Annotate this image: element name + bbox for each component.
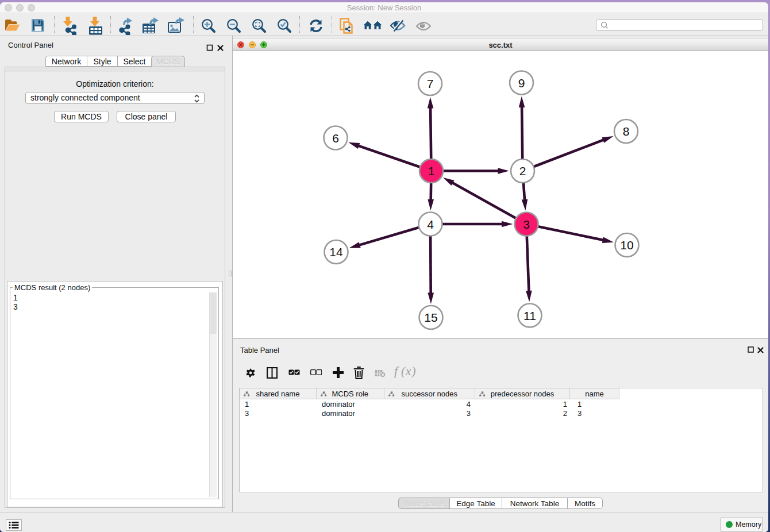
svg-text:15: 15 (424, 311, 437, 324)
svg-text:11: 11 (523, 309, 536, 322)
svg-text:8: 8 (623, 125, 630, 138)
svg-text:3: 3 (523, 218, 530, 231)
svg-text:4: 4 (427, 218, 434, 231)
svg-text:9: 9 (518, 76, 525, 90)
svg-text:7: 7 (427, 77, 434, 90)
svg-text:6: 6 (332, 132, 339, 145)
svg-text:1: 1 (428, 164, 435, 178)
svg-text:10: 10 (620, 238, 633, 252)
svg-text:2: 2 (519, 164, 526, 178)
svg-text:14: 14 (329, 245, 343, 259)
